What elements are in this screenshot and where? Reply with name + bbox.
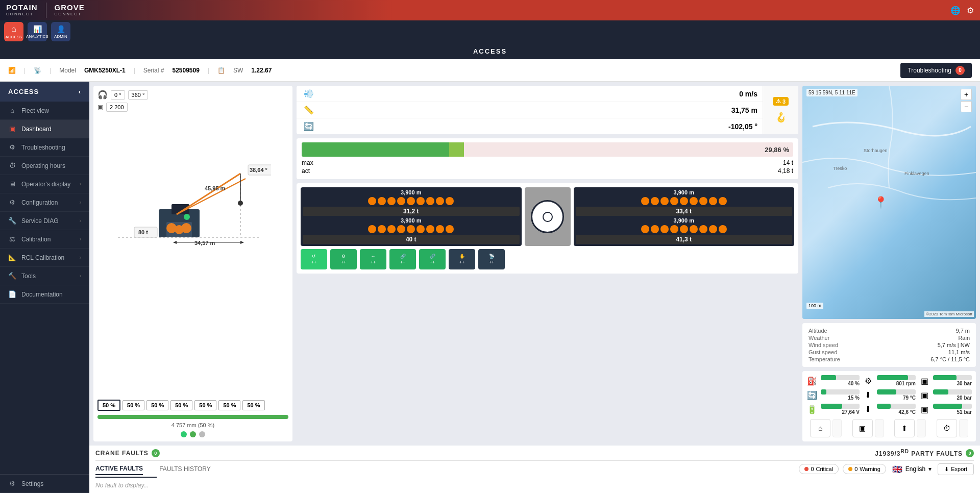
func-icon-3: 🔗 [400,254,406,259]
faults-header: CRANE FAULTS 0 J1939/3RD PARTY FAULTS 0 [95,446,974,461]
gust-speed-value: 11,1 m/s [948,349,970,355]
sidebar-item-operating-hours[interactable]: ⏱ Operating hours [0,157,89,175]
ops-right-bottom-header: 3,900 m [576,217,793,224]
func-btn-1[interactable]: ⚙ ++ [330,249,357,269]
rpm-value: 801 rpm [877,381,916,386]
dot [709,225,717,233]
globe-button[interactable]: 🌐 [950,6,961,15]
divider2: | [50,67,51,74]
sidebar-item-settings[interactable]: ⚙ Settings [0,475,89,493]
dot [641,197,649,205]
dot [407,197,415,205]
grove-text: GROVE [55,4,85,12]
potain-text: POTAIN [6,4,38,12]
svg-point-12 [181,223,191,233]
sidebar-item-configuration[interactable]: ⚙ Configuration › [0,193,89,212]
load-panel: 29,86 % max 14 t act 4,18 t [297,138,798,179]
sidebar-item-fleet-view[interactable]: ⌂ Fleet view [0,102,89,120]
pressure1-icon: ▣ [919,376,930,386]
rpm-icon: ⚙ [863,376,874,386]
dot [680,197,688,205]
sidebar-item-tools[interactable]: 🔨 Tools › [0,267,89,285]
anchor-button[interactable]: ⌂ [810,419,830,437]
third-party-faults-title-group: J1939/3RD PARTY FAULTS 0 [875,449,974,457]
slider-box-6[interactable]: 50 % [242,400,264,410]
func-btn-6[interactable]: 📡 ++ [478,249,505,269]
export-button[interactable]: ⬇ Export [938,463,974,475]
zoom-in-button[interactable]: + [961,89,972,100]
rpm-bar-fill [877,375,908,380]
analytics-app-button[interactable]: 📊 ANALYTICS [28,22,47,41]
dot-2[interactable] [190,431,196,437]
admin-app-button[interactable]: 👤 ADMIN [51,22,70,41]
sw-label: SW [233,67,243,74]
dot-1[interactable] [181,431,187,437]
active-faults-tab[interactable]: ACTIVE FAULTS [95,463,143,475]
pressure3-bar-bg [933,404,972,409]
pressure2-bar-bg [933,389,972,395]
dot-3[interactable] [199,431,205,437]
sidebar-header: ACCESS ‹ [0,82,89,102]
slider-box-4[interactable]: 50 % [194,400,216,410]
pressure2-bar-wrap: 20 bar [933,389,972,401]
dot [699,225,707,233]
dot [436,197,444,205]
pressure2-value: 20 bar [933,395,972,401]
func-btn-2[interactable]: ↔ ++ [360,249,386,269]
warning-chip[interactable]: 0 Warning [843,464,886,474]
temperature-value: 6,7 °C / 11,5 °C [930,356,970,362]
divider3: | [134,67,135,74]
slider-box-active[interactable]: 50 % [97,400,120,411]
ops-target [531,200,564,233]
slider-box-3[interactable]: 50 % [170,400,192,410]
up-arrow-button[interactable]: ⬆ [894,419,915,437]
dashboard-label: Dashboard [21,126,52,133]
sidebar-item-operators-display[interactable]: 🖥 Operator's display › [0,175,89,193]
critical-chip[interactable]: 0 Critical [799,464,839,474]
sidebar-item-documentation[interactable]: 📄 Documentation [0,285,89,304]
gauges-row-1: ⛽ 40 % ⚙ [806,375,972,386]
slider-box-5[interactable]: 50 % [218,400,240,410]
rpm-bar-wrap: 801 rpm [877,375,916,386]
dot [670,225,678,233]
angle-value-1: 0 ° [114,92,121,98]
language-selector[interactable]: 🇬🇧 English ▾ [892,464,932,474]
load-bar: 29,86 % [302,142,793,157]
faults-right: 0 Critical 0 Warning 🇬🇧 English ▾ [799,463,974,475]
wind-speed-map-value: 5,7 m/s | NW [938,342,970,348]
action-buttons-row: ⌂ ▣ ⬆ ⏱ [806,419,972,437]
slider-box-2[interactable]: 50 % [146,400,168,410]
zoom-out-button[interactable]: − [961,101,972,112]
sidebar-item-rcl-calibration[interactable]: 📐 RCL Calibration › [0,249,89,267]
settings-top-button[interactable]: ⚙ [967,6,974,15]
chart-icon: 📊 [33,25,42,33]
func-btn-3[interactable]: 🔗 ++ [389,249,416,269]
main-layout: ACCESS ‹ ⌂ Fleet view ▣ Dashboard ⚙ Trou… [0,82,980,493]
load-act-label: act [302,167,310,175]
temp1-bar-wrap: 79 °C [877,389,916,401]
grid-button[interactable]: ▣ [852,419,873,437]
history-tab[interactable]: FAULTS HISTORY [159,463,211,475]
sw-icon: 📋 [217,67,225,74]
map-background: Storhaugen Finklavegen Tresko 📍 59 15 59… [802,86,976,319]
sidebar-collapse-icon[interactable]: ‹ [79,88,81,95]
altitude-value: 9,7 m [955,328,970,334]
func-btn-5[interactable]: ✋ ++ [449,249,475,269]
sidebar-item-calibration[interactable]: ⚖ Calibration › [0,230,89,249]
sidebar-item-dashboard[interactable]: ▣ Dashboard [0,120,89,138]
sidebar-item-service-diag[interactable]: 🔧 Service DIAG › [0,212,89,230]
map-location-pin: 📍 [874,196,888,209]
access-app-button[interactable]: ⌂ ACCESS [4,22,23,41]
troubleshooting-button[interactable]: Troubleshooting 0 [900,63,972,78]
slider-box-1[interactable]: 50 % [122,400,144,410]
angle-value-2: 360 ° [132,92,145,98]
sidebar-item-troubleshooting[interactable]: ⚙ Troubleshooting [0,138,89,157]
temp1-bar-bg [877,389,916,395]
timer-button[interactable]: ⏱ [937,419,957,437]
gust-speed-label: Gust speed [808,349,837,355]
temp2-bar-fill [877,404,891,409]
func-btn-4[interactable]: 🔗 ++ [419,249,446,269]
pressure3-value: 51 bar [933,409,972,415]
func-btn-0[interactable]: ↺ ++ [301,249,327,269]
fuel-bar-wrap: 40 % [821,375,860,386]
